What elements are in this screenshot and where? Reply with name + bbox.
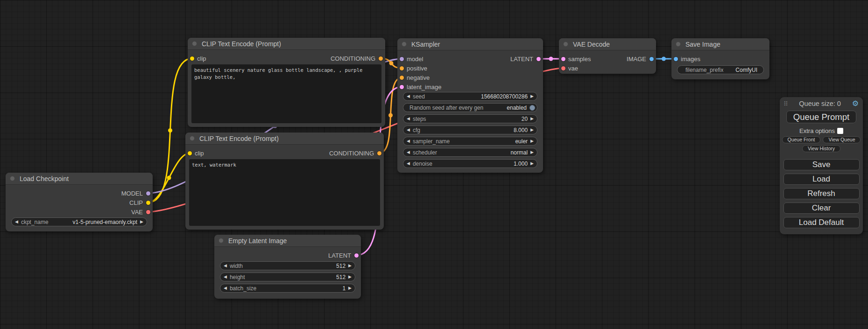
CONDITIONING-output-slot-dot[interactable] [379, 56, 383, 61]
collapse-dot-icon[interactable] [191, 41, 198, 47]
ksampler-widget-scheduler[interactable]: ◀schedulernormal▶ [403, 148, 537, 157]
widget-label: scheduler [413, 149, 437, 156]
collapse-dot-icon[interactable] [563, 41, 569, 47]
node-title-bar[interactable]: Load Checkpoint [6, 173, 153, 185]
link-load-checkpoint-to-clip-text-encode-negative[interactable] [148, 153, 190, 203]
clip-text-encode-negative-node[interactable]: CLIP Text Encode (Prompt)clipCONDITIONIN… [185, 133, 384, 230]
ksampler-widget-denoise[interactable]: ◀denoise1.000▶ [403, 159, 537, 168]
node-title-bar[interactable]: Empty Latent Image [214, 235, 361, 247]
load-default-button[interactable]: Load Default [783, 217, 860, 228]
view-queue-button[interactable]: View Queue [823, 136, 861, 143]
widget-value: 1.000 [514, 161, 528, 167]
ksampler-widget-cfg[interactable]: ◀cfg8.000▶ [403, 126, 537, 134]
collapse-dot-icon[interactable] [9, 175, 15, 182]
decrement-arrow-icon[interactable]: ◀ [224, 286, 227, 290]
VAE-output-slot-dot[interactable] [146, 210, 150, 214]
save-image-node[interactable]: Save Imageimagesfilename_prefixComfyUI [671, 38, 769, 79]
clear-button[interactable]: Clear [783, 203, 860, 214]
increment-arrow-icon[interactable]: ▶ [530, 94, 534, 98]
collapse-dot-icon[interactable] [189, 135, 195, 141]
increment-arrow-icon[interactable]: ▶ [348, 286, 352, 290]
ksampler-widget-seed[interactable]: ◀seed156680208700286▶ [403, 92, 537, 101]
output-slot-label: CONDITIONING [329, 150, 374, 157]
model-input-slot-dot[interactable] [400, 57, 404, 61]
samples-input-slot-dot[interactable] [561, 57, 565, 61]
LATENT-output-slot-dot[interactable] [536, 57, 541, 61]
empty-latent-image-node[interactable]: Empty Latent ImageLATENT◀width512▶◀heigh… [214, 235, 361, 299]
toggle-knob-icon[interactable] [529, 105, 535, 111]
save-image-widget-filename_prefix[interactable]: filename_prefixComfyUI [677, 65, 764, 74]
latent_image-input-slot-dot[interactable] [400, 85, 404, 89]
LATENT-output-slot-dot[interactable] [354, 253, 359, 258]
ksampler-widget-sampler_name[interactable]: ◀sampler_nameeuler▶ [403, 137, 537, 146]
node-title: Save Image [685, 41, 720, 48]
vae-decode-node[interactable]: VAE DecodesamplesIMAGEvae [559, 38, 656, 74]
collapse-dot-icon[interactable] [218, 238, 224, 244]
increment-arrow-icon[interactable]: ▶ [348, 264, 352, 268]
increment-arrow-icon[interactable]: ▶ [530, 139, 534, 143]
IMAGE-output-slot-dot[interactable] [649, 57, 654, 61]
save-button[interactable]: Save [783, 159, 860, 170]
load-checkpoint-widget-ckpt_name[interactable]: ◀ckpt_namev1-5-pruned-emaonly.ckpt▶ [11, 217, 147, 226]
CONDITIONING-output-slot-dot[interactable] [377, 151, 381, 155]
negative-input-slot-dot[interactable] [400, 76, 404, 80]
increment-arrow-icon[interactable]: ▶ [530, 150, 534, 154]
settings-gear-icon[interactable]: ⚙ [852, 100, 859, 107]
decrement-arrow-icon[interactable]: ◀ [407, 161, 410, 166]
output-slot-label: CLIP [129, 199, 143, 206]
increment-arrow-icon[interactable]: ▶ [530, 161, 534, 166]
node-title-bar[interactable]: CLIP Text Encode (Prompt) [188, 38, 385, 50]
clip-input-slot-dot[interactable] [188, 151, 192, 155]
node-title-bar[interactable]: VAE Decode [559, 38, 656, 50]
node-title-bar[interactable]: KSampler [397, 38, 543, 50]
node-title: CLIP Text Encode (Prompt) [199, 135, 279, 142]
queue-prompt-button[interactable]: Queue Prompt [786, 111, 856, 123]
decrement-arrow-icon[interactable]: ◀ [224, 264, 227, 268]
decrement-arrow-icon[interactable]: ◀ [407, 94, 410, 98]
decrement-arrow-icon[interactable]: ◀ [407, 150, 410, 154]
clip-input-slot-dot[interactable] [190, 56, 194, 61]
input-slot-label: images [681, 56, 700, 63]
node-title-bar[interactable]: Save Image [671, 38, 769, 50]
empty-latent-image-widget-batch_size[interactable]: ◀batch_size1▶ [220, 284, 355, 293]
empty-latent-image-widget-height[interactable]: ◀height512▶ [220, 273, 355, 281]
node-title-bar[interactable]: CLIP Text Encode (Prompt) [185, 133, 384, 145]
graph-canvas[interactable]: Load CheckpointMODELCLIPVAE◀ckpt_namev1-… [0, 0, 868, 329]
node-title: VAE Decode [573, 41, 610, 48]
drag-handle-icon[interactable]: ⠿ [783, 101, 788, 107]
images-input-slot-dot[interactable] [674, 57, 678, 61]
ksampler-node[interactable]: KSamplermodelLATENTpositivenegativelaten… [397, 38, 543, 173]
CLIP-output-slot-dot[interactable] [146, 201, 150, 205]
MODEL-output-slot-dot[interactable] [146, 191, 150, 196]
decrement-arrow-icon[interactable]: ◀ [407, 128, 410, 132]
view-history-button[interactable]: View History [802, 145, 840, 152]
extra-options-checkbox[interactable] [837, 128, 843, 134]
collapse-dot-icon[interactable] [675, 41, 681, 47]
increment-arrow-icon[interactable]: ▶ [530, 128, 534, 132]
vae-input-slot-dot[interactable] [561, 66, 565, 70]
clip-text-encode-positive-node[interactable]: CLIP Text Encode (Prompt)clipCONDITIONIN… [188, 38, 385, 127]
node-title: Empty Latent Image [228, 237, 287, 245]
load-checkpoint-node[interactable]: Load CheckpointMODELCLIPVAE◀ckpt_namev1-… [6, 173, 153, 231]
clip-text-encode-positive-prompt-textarea[interactable]: beautiful scenery nature glass bottle la… [191, 64, 381, 123]
refresh-button[interactable]: Refresh [783, 188, 860, 199]
collapse-dot-icon[interactable] [401, 41, 407, 47]
load-button[interactable]: Load [783, 174, 860, 185]
clip-text-encode-negative-prompt-textarea[interactable]: text, watermark [189, 159, 380, 226]
increment-arrow-icon[interactable]: ▶ [140, 220, 143, 224]
decrement-arrow-icon[interactable]: ◀ [15, 220, 18, 224]
node-title: KSampler [411, 41, 440, 48]
widget-value: normal [510, 149, 528, 156]
decrement-arrow-icon[interactable]: ◀ [407, 117, 410, 121]
increment-arrow-icon[interactable]: ▶ [348, 275, 352, 279]
queue-panel-header: ⠿ Queue size: 0 ⚙ [780, 97, 863, 107]
ksampler-widget-steps[interactable]: ◀steps20▶ [403, 114, 537, 123]
increment-arrow-icon[interactable]: ▶ [530, 117, 534, 121]
decrement-arrow-icon[interactable]: ◀ [224, 275, 227, 279]
positive-input-slot-dot[interactable] [400, 66, 404, 70]
empty-latent-image-widget-width[interactable]: ◀width512▶ [220, 261, 355, 270]
ksampler-widget-Random seed after every gen[interactable]: Random seed after every genenabled [403, 103, 537, 112]
queue-front-button[interactable]: Queue Front [782, 136, 821, 143]
queue-size-label: Queue size: 0 [788, 100, 852, 107]
decrement-arrow-icon[interactable]: ◀ [407, 139, 410, 143]
